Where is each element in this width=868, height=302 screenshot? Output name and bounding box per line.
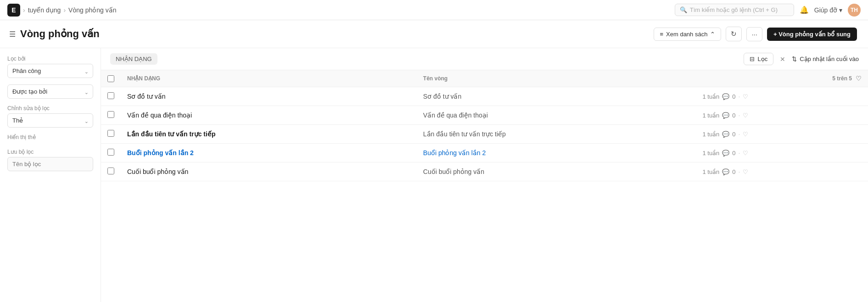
breadcrumb-tuyen-dung[interactable]: tuyển dụng (28, 6, 61, 14)
refresh-button[interactable]: ↻ (726, 27, 742, 41)
dot-sep-2: · (739, 130, 740, 138)
assign-select-wrapper: Phân công (7, 64, 93, 78)
show-tag-section: Hiển thị thẻ (7, 134, 93, 142)
help-label: Giúp đỡ (814, 6, 837, 14)
th-checkbox (101, 70, 121, 87)
heart-icon-2[interactable]: ♡ (743, 131, 748, 138)
save-filter-label: Lưu bộ lọc (7, 149, 93, 155)
tag-select-wrapper: Thẻ (7, 113, 93, 128)
row-checkbox-0[interactable] (107, 92, 114, 99)
row-comment-count-0: 0 (732, 93, 735, 100)
created-by-select[interactable]: Được tạo bởi (7, 84, 93, 99)
th-name: Tên vòng (417, 70, 696, 87)
breadcrumb-sep-2: › (63, 6, 66, 14)
filter-name-input[interactable] (7, 157, 93, 171)
dot-sep-3: · (739, 149, 740, 157)
row-id-4: Cuối buổi phỏng vấn (127, 168, 188, 175)
row-comment-count-2: 0 (732, 131, 735, 138)
table-row: Vấn đề qua điện thoạiVấn đề qua điện tho… (101, 106, 868, 125)
row-comment-count-1: 0 (732, 112, 735, 119)
comment-icon-3[interactable]: 💬 (722, 150, 729, 157)
user-avatar[interactable]: TH (848, 4, 861, 17)
breadcrumb-area: E › tuyển dụng › Vòng phỏng vấn (7, 4, 116, 17)
filter-icon: ⊟ (750, 56, 755, 62)
row-checkbox-3[interactable] (107, 149, 114, 156)
sort-icon: ⇅ (792, 56, 797, 62)
select-all-checkbox[interactable] (107, 75, 114, 82)
row-name-4: Cuối buổi phỏng vấn (423, 168, 484, 175)
save-filter-section: Lưu bộ lọc (7, 149, 93, 171)
dot-sep-1: · (739, 112, 740, 119)
heart-icon-4[interactable]: ♡ (743, 168, 748, 175)
dot-sep-4: · (739, 168, 740, 175)
assign-select[interactable]: Phân công (7, 64, 93, 78)
table-wrapper: NHẬN DẠNG Tên vòng 5 trên 5 ♡ (101, 70, 868, 302)
search-placeholder: Tìm kiếm hoặc gõ lệnh (Ctrl + G) (690, 6, 778, 13)
bell-icon[interactable]: 🔔 (800, 6, 809, 14)
row-checkbox-1[interactable] (107, 111, 114, 118)
app-icon[interactable]: E (7, 4, 20, 17)
help-chevron-icon: ▾ (839, 6, 842, 14)
show-tag-label: Hiển thị thẻ (7, 134, 93, 140)
list-icon: ≡ (660, 31, 663, 38)
filter-by-section: Lọc bởi Phân công (7, 56, 93, 78)
row-count-badge: 5 trên 5 (832, 75, 852, 82)
filter-bar: NHẬN DẠNG ⊟ Lọc ✕ ⇅ Cập nhật lần cuối và… (101, 48, 868, 70)
sort-button[interactable]: ⇅ Cập nhật lần cuối vào (792, 56, 859, 62)
table-body: Sơ đồ tư vấnSơ đồ tư vấn 1 tuần 💬 0 · ♡ … (101, 87, 868, 181)
more-options-button[interactable]: ··· (746, 27, 762, 41)
row-id-2: Lần đầu tiên tư vấn trực tiếp (127, 130, 215, 138)
filter-button[interactable]: ⊟ Lọc (744, 53, 773, 65)
view-list-label: Xem danh sách (666, 31, 707, 38)
comment-icon-0[interactable]: 💬 (722, 93, 729, 100)
filter-btn-label: Lọc (757, 56, 767, 62)
table-row: Sơ đồ tư vấnSơ đồ tư vấn 1 tuần 💬 0 · ♡ (101, 87, 868, 106)
heart-header-icon[interactable]: ♡ (856, 75, 862, 82)
menu-icon[interactable]: ☰ (9, 30, 16, 39)
row-checkbox-2[interactable] (107, 130, 114, 137)
topnav-right: 🔍 Tìm kiếm hoặc gõ lệnh (Ctrl + G) 🔔 Giú… (675, 4, 861, 17)
main-layout: Lọc bởi Phân công Được tạo bởi Chỉnh sửa… (0, 48, 868, 302)
heart-icon-0[interactable]: ♡ (743, 93, 748, 100)
heart-icon-1[interactable]: ♡ (743, 112, 748, 119)
comment-icon-1[interactable]: 💬 (722, 112, 729, 119)
help-button[interactable]: Giúp đỡ ▾ (814, 6, 842, 14)
row-checkbox-4[interactable] (107, 168, 114, 174)
active-filter-tag[interactable]: NHẬN DẠNG (110, 53, 157, 65)
row-id-0: Sơ đồ tư vấn (127, 93, 165, 100)
row-id-1: Vấn đề qua điện thoại (127, 112, 192, 119)
comment-icon-4[interactable]: 💬 (722, 168, 729, 175)
breadcrumb-sep-1: › (23, 6, 25, 14)
row-time-2: 1 tuần (702, 131, 719, 138)
view-list-chevron-icon: ⌃ (710, 31, 715, 38)
col-name-label: Tên vòng (423, 75, 448, 82)
page-header: ☰ Vòng phỏng vấn ≡ Xem danh sách ⌃ ↻ ···… (0, 20, 868, 48)
row-time-0: 1 tuần (702, 93, 719, 100)
sort-btn-label: Cập nhật lần cuối vào (800, 56, 859, 62)
sidebar: Lọc bởi Phân công Được tạo bởi Chỉnh sửa… (0, 48, 101, 302)
tag-select[interactable]: Thẻ (7, 113, 93, 128)
dot-sep-0: · (739, 93, 740, 100)
filter-bar-right: ⊟ Lọc ✕ ⇅ Cập nhật lần cuối vào (744, 53, 859, 65)
row-comment-count-3: 0 (732, 150, 735, 157)
heart-icon-3[interactable]: ♡ (743, 150, 748, 157)
edit-filter-label: Chỉnh sửa bộ lọc (7, 105, 93, 112)
th-id: NHẬN DẠNG (121, 70, 417, 87)
view-list-button[interactable]: ≡ Xem danh sách ⌃ (654, 28, 721, 41)
add-button-label: + Vòng phỏng vấn bổ sung (773, 31, 851, 38)
row-name-1: Vấn đề qua điện thoại (423, 112, 488, 119)
comment-icon-2[interactable]: 💬 (722, 131, 729, 138)
refresh-icon: ↻ (731, 30, 737, 38)
table-row: Cuối buổi phỏng vấnCuối buổi phỏng vấn 1… (101, 162, 868, 181)
th-actions: 5 trên 5 ♡ (696, 70, 868, 87)
rounds-table: NHẬN DẠNG Tên vòng 5 trên 5 ♡ (101, 70, 868, 181)
content-area: NHẬN DẠNG ⊟ Lọc ✕ ⇅ Cập nhật lần cuối và… (101, 48, 868, 302)
col-id-label: NHẬN DẠNG (127, 75, 160, 82)
close-filter-button[interactable]: ✕ (777, 54, 788, 65)
add-round-button[interactable]: + Vòng phỏng vấn bổ sung (767, 28, 857, 41)
row-name-0: Sơ đồ tư vấn (423, 93, 461, 100)
row-id-3: Buổi phỏng vấn lần 2 (127, 149, 194, 157)
breadcrumb-vong-phong-van[interactable]: Vòng phỏng vấn (68, 6, 116, 14)
search-box[interactable]: 🔍 Tìm kiếm hoặc gõ lệnh (Ctrl + G) (675, 4, 794, 16)
row-name-2: Lần đầu tiên tư vấn trực tiếp (423, 130, 506, 138)
